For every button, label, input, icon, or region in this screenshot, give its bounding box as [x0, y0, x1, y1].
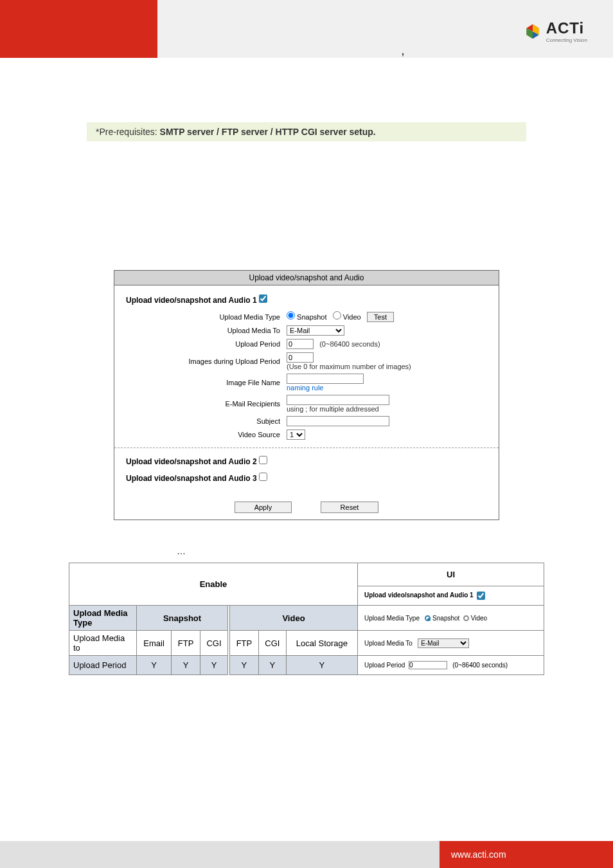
- rule-2-enable-checkbox[interactable]: [259, 456, 267, 464]
- cell-video-ftp: FTP: [230, 631, 259, 656]
- video-source-select[interactable]: 1: [287, 429, 305, 440]
- ui-snapshot-text: Snapshot: [432, 615, 459, 622]
- page-header: , ACTi Connecting Vision: [0, 0, 613, 58]
- ui-media-to-cell: Upload Media To E-Mail: [362, 636, 540, 651]
- ui-header: UI: [358, 563, 544, 586]
- page-footer: www.acti.com: [0, 841, 613, 868]
- ui-media-to-label: Upload Media To: [364, 640, 413, 647]
- snapshot-radio[interactable]: [287, 311, 295, 320]
- prerequisites-note: *Pre-requisites: SMTP server / FTP serve…: [87, 122, 526, 141]
- prereq-prefix: *Pre-requisites:: [96, 127, 160, 137]
- test-button[interactable]: Test: [367, 312, 394, 322]
- rule-1-label: Upload video/snapshot and Audio 1: [126, 296, 257, 305]
- prereq-text: SMTP server / FTP server / HTTP CGI serv…: [160, 127, 376, 137]
- upload-period-row-label: Upload Period: [69, 656, 137, 675]
- cell-period-2: Y: [172, 656, 200, 675]
- cell-period-6: Y: [286, 656, 357, 675]
- email-recipients-label: E-Mail Recipients: [126, 400, 287, 408]
- ui-media-to-select[interactable]: E-Mail: [418, 638, 469, 648]
- upload-period-label: Upload Period: [126, 340, 287, 348]
- email-recipients-input[interactable]: [287, 395, 389, 405]
- ellipsis-text: …: [177, 546, 546, 556]
- logo-tagline: Connecting Vision: [546, 37, 587, 43]
- cell-period-3: Y: [200, 656, 228, 675]
- images-during-input[interactable]: [287, 352, 314, 363]
- upload-media-type-row-label: Upload Media Type: [69, 606, 137, 631]
- subject-input[interactable]: [287, 416, 389, 426]
- snapshot-group-header: Snapshot: [137, 606, 228, 631]
- rule-1-enable-checkbox[interactable]: [259, 294, 267, 303]
- ui-media-type-cell: Upload Media Type Snapshot Video: [362, 612, 540, 624]
- rule-3-enable-checkbox[interactable]: [259, 473, 267, 481]
- logo-text: ACTi: [546, 19, 587, 37]
- video-group-header: Video: [230, 606, 358, 631]
- video-source-label: Video Source: [126, 431, 287, 439]
- footer-url: www.acti.com: [440, 841, 613, 868]
- reset-button[interactable]: Reset: [321, 502, 379, 513]
- images-during-hint: (Use 0 for maximum number of images): [287, 363, 411, 370]
- ui-period-input[interactable]: [409, 661, 447, 669]
- subject-label: Subject: [126, 417, 287, 425]
- ui-period-label: Upload Period: [364, 662, 405, 669]
- ui-enable-label: Upload video/snapshot and Audio 1: [364, 592, 474, 599]
- panel-title: Upload video/snapshot and Audio: [114, 271, 499, 285]
- upload-media-to-row-label: Upload Media to: [69, 631, 137, 656]
- enable-header: Enable: [69, 563, 358, 606]
- ui-period-hint: (0~86400 seconds): [452, 662, 508, 669]
- video-option-text: Video: [343, 313, 361, 321]
- cell-snapshot-ftp: FTP: [172, 631, 200, 656]
- apply-button[interactable]: Apply: [235, 502, 292, 513]
- email-recipients-hint: using ; for multiple addressed: [287, 405, 379, 413]
- image-file-name-label: Image File Name: [126, 379, 287, 386]
- images-during-label: Images during Upload Period: [126, 357, 287, 365]
- ui-video-radio-icon: [463, 615, 469, 621]
- ui-period-cell: Upload Period (0~86400 seconds): [362, 658, 540, 672]
- red-sidebar-header: [0, 0, 157, 58]
- cell-period-4: Y: [230, 656, 259, 675]
- upload-media-to-label: Upload Media To: [126, 327, 287, 334]
- ui-snapshot-radio-icon: [425, 615, 431, 621]
- upload-period-input[interactable]: [287, 339, 314, 349]
- upload-media-to-select[interactable]: E-Mail: [287, 325, 344, 336]
- upload-config-panel: Upload video/snapshot and Audio Upload v…: [114, 270, 499, 520]
- divider: [114, 448, 499, 448]
- upload-rule-3-header: Upload video/snapshot and Audio 3: [126, 473, 487, 483]
- upload-media-type-label: Upload Media Type: [126, 313, 287, 321]
- video-radio[interactable]: [333, 311, 341, 320]
- cell-period-1: Y: [137, 656, 172, 675]
- cell-snapshot-cgi: CGI: [200, 631, 228, 656]
- image-file-name-input[interactable]: [287, 374, 364, 384]
- cell-period-5: Y: [258, 656, 286, 675]
- cell-video-cgi: CGI: [258, 631, 286, 656]
- upload-period-hint: (0~86400 seconds): [319, 340, 380, 348]
- comma-mark: ,: [402, 46, 404, 57]
- ui-video-text: Video: [471, 615, 487, 622]
- upload-rule-2-header: Upload video/snapshot and Audio 2: [126, 456, 487, 466]
- brand-logo: ACTi Connecting Vision: [523, 19, 587, 43]
- options-table: Enable UI Upload video/snapshot and Audi…: [69, 563, 544, 675]
- naming-rule-link[interactable]: naming rule: [287, 384, 323, 392]
- ui-media-type-label: Upload Media Type: [364, 615, 420, 622]
- acti-logo-icon: [523, 22, 542, 41]
- ui-enable-checkbox[interactable]: [477, 592, 485, 600]
- upload-rule-1-header: Upload video/snapshot and Audio 1: [126, 294, 487, 305]
- rule-2-label: Upload video/snapshot and Audio 2: [126, 457, 257, 466]
- header-right: , ACTi Connecting Vision: [157, 0, 613, 58]
- rule-3-label: Upload video/snapshot and Audio 3: [126, 474, 257, 483]
- snapshot-option-text: Snapshot: [297, 313, 326, 321]
- cell-snapshot-email: Email: [137, 631, 172, 656]
- cell-video-local: Local Storage: [286, 631, 357, 656]
- ui-enable-cell: Upload video/snapshot and Audio 1: [362, 589, 540, 602]
- footer-gray: [0, 841, 440, 868]
